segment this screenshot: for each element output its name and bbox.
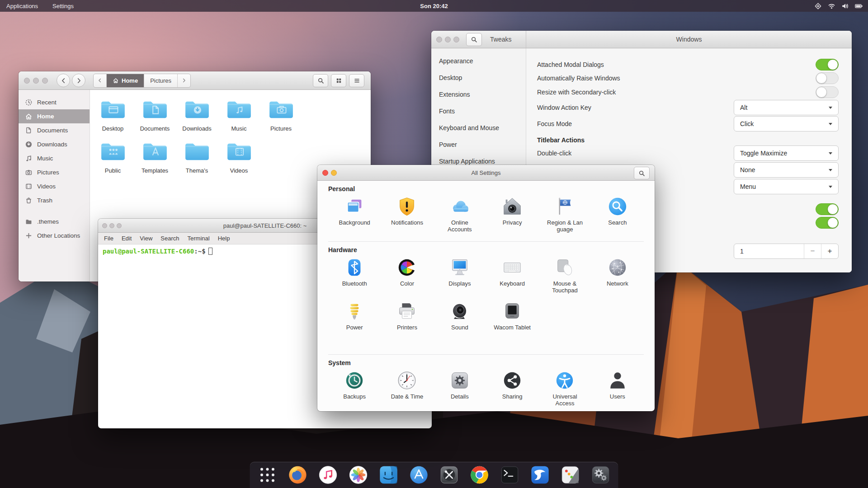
close-button[interactable] <box>24 78 30 84</box>
path-scroll-right[interactable] <box>178 74 190 87</box>
volume-icon[interactable] <box>841 2 849 10</box>
decrement-button[interactable]: − <box>804 244 821 258</box>
dropdown-toggle-maximize[interactable]: Toggle Maximize <box>734 145 839 161</box>
menu-button[interactable] <box>349 74 364 87</box>
settings-item-background[interactable]: Background <box>328 196 381 233</box>
settings-item-privacy[interactable]: Privacy <box>486 196 538 233</box>
tweaks-sidebar-item-appearance[interactable]: Appearance <box>431 52 526 69</box>
settings-item-mouse-touchpad[interactable]: Mouse & Touchpad <box>538 257 591 294</box>
sidebar-item-music[interactable]: Music <box>19 151 90 165</box>
terminal-menu-edit[interactable]: Edit <box>122 235 132 242</box>
settings-item-keyboard[interactable]: Keyboard <box>486 257 538 294</box>
settings-item-network[interactable]: Network <box>591 257 644 294</box>
minimize-button[interactable] <box>445 37 451 42</box>
dropdown-alt[interactable]: Alt <box>734 100 839 115</box>
sidebar-item-themes[interactable]: .themes <box>19 215 90 229</box>
toggle-switch[interactable] <box>816 203 839 215</box>
settings-item-search[interactable]: Search <box>591 196 644 233</box>
path-scroll-left[interactable] <box>94 74 107 87</box>
folder-documents[interactable]: Documents <box>134 99 176 132</box>
folder-videos[interactable]: Videos <box>218 141 260 174</box>
folder-downloads[interactable]: Downloads <box>176 99 218 132</box>
files-icon[interactable] <box>378 465 399 485</box>
settings-item-displays[interactable]: Displays <box>434 257 486 294</box>
search-button[interactable] <box>466 33 482 46</box>
close-button[interactable] <box>436 37 442 42</box>
tweaks-sidebar-item-extensions[interactable]: Extensions <box>431 86 526 103</box>
settings-item-wacom-tablet[interactable]: Wacom Tablet <box>486 301 538 331</box>
settings-item-printers[interactable]: Printers <box>381 301 433 331</box>
terminal-menu-search[interactable]: Search <box>160 235 179 242</box>
toggle-switch[interactable] <box>816 217 839 229</box>
settings-item-backups[interactable]: Backups <box>328 370 381 407</box>
settings-item-universal-access[interactable]: Universal Access <box>538 370 591 407</box>
settings-item-online-accounts[interactable]: Online Accounts <box>434 196 486 233</box>
number-spinner[interactable]: 1−+ <box>734 244 839 259</box>
settings-item-sound[interactable]: Sound <box>434 301 486 331</box>
photos-icon[interactable] <box>348 465 369 485</box>
maximize-button[interactable] <box>117 223 122 228</box>
terminal-app-icon[interactable] <box>500 465 520 485</box>
settings-item-users[interactable]: Users <box>591 370 644 407</box>
sidebar-item-pictures[interactable]: Pictures <box>19 165 90 179</box>
minimize-button[interactable] <box>109 223 114 228</box>
settings-item-region-lan-guage[interactable]: Region & Lan guage <box>538 196 591 233</box>
close-button[interactable] <box>102 223 107 228</box>
battery-icon[interactable] <box>855 2 863 10</box>
terminal-menu-view[interactable]: View <box>140 235 152 242</box>
file-manager-titlebar[interactable]: HomePictures <box>19 71 371 90</box>
folder-templates[interactable]: Templates <box>134 141 176 174</box>
thunderbird-icon[interactable] <box>530 465 551 485</box>
settings-titlebar[interactable]: All Settings <box>317 165 655 181</box>
folder-music[interactable]: Music <box>218 99 260 132</box>
toggle-switch[interactable] <box>816 72 839 84</box>
sidebar-item-home[interactable]: Home <box>19 109 90 123</box>
toggle-switch[interactable] <box>816 86 839 98</box>
settings-item-sharing[interactable]: Sharing <box>486 370 538 407</box>
settings-item-notifications[interactable]: Notifications <box>381 196 433 233</box>
location-icon[interactable] <box>814 2 822 10</box>
terminal-menu-help[interactable]: Help <box>218 235 230 242</box>
app-store-icon[interactable] <box>409 465 429 485</box>
folder-thema-s[interactable]: Thema's <box>176 141 218 174</box>
dropdown-menu[interactable]: Menu <box>734 179 839 194</box>
grid-view-button[interactable] <box>331 74 346 87</box>
color-picker-app-icon[interactable] <box>560 465 581 485</box>
wifi-icon[interactable] <box>828 2 835 10</box>
settings-item-details[interactable]: Details <box>434 370 486 407</box>
sidebar-item-videos[interactable]: Videos <box>19 179 90 193</box>
search-button[interactable] <box>634 167 650 179</box>
utilities-icon[interactable] <box>439 465 460 485</box>
tweaks-sidebar-item-desktop[interactable]: Desktop <box>431 69 526 86</box>
dropdown-click[interactable]: Click <box>734 116 839 131</box>
toggle-switch[interactable] <box>816 59 839 70</box>
app-grid-icon[interactable] <box>257 465 278 485</box>
sidebar-item-trash[interactable]: Trash <box>19 193 90 207</box>
tweaks-titlebar[interactable]: Tweaks Windows <box>431 31 852 48</box>
settings-item-date-time[interactable]: Date & Time <box>381 370 433 407</box>
terminal-menu-terminal[interactable]: Terminal <box>188 235 210 242</box>
back-button[interactable] <box>57 74 70 87</box>
increment-button[interactable]: + <box>821 244 838 258</box>
terminal-menu-file[interactable]: File <box>104 235 113 242</box>
folder-pictures[interactable]: Pictures <box>260 99 302 132</box>
path-segment-pictures[interactable]: Pictures <box>144 74 178 87</box>
minimize-button[interactable] <box>33 78 39 84</box>
tweaks-sidebar-item-power[interactable]: Power <box>431 136 526 153</box>
chrome-icon[interactable] <box>469 465 490 485</box>
system-settings-icon[interactable] <box>590 465 611 485</box>
close-button[interactable] <box>322 170 328 176</box>
sidebar-item-downloads[interactable]: Downloads <box>19 137 90 151</box>
settings-item-bluetooth[interactable]: Bluetooth <box>328 257 381 294</box>
settings-item-power[interactable]: Power <box>328 301 381 331</box>
folder-public[interactable]: Public <box>92 141 134 174</box>
path-segment-home[interactable]: Home <box>107 74 144 87</box>
sidebar-item-recent[interactable]: Recent <box>19 95 90 109</box>
sidebar-item-documents[interactable]: Documents <box>19 123 90 137</box>
music-player-icon[interactable] <box>318 465 339 485</box>
sidebar-item-other-locations[interactable]: Other Locations <box>19 229 90 243</box>
tweaks-sidebar-item-fonts[interactable]: Fonts <box>431 103 526 119</box>
tweaks-sidebar-item-keyboard-and-mouse[interactable]: Keyboard and Mouse <box>431 119 526 136</box>
maximize-button[interactable] <box>453 37 459 42</box>
minimize-button[interactable] <box>331 170 337 176</box>
